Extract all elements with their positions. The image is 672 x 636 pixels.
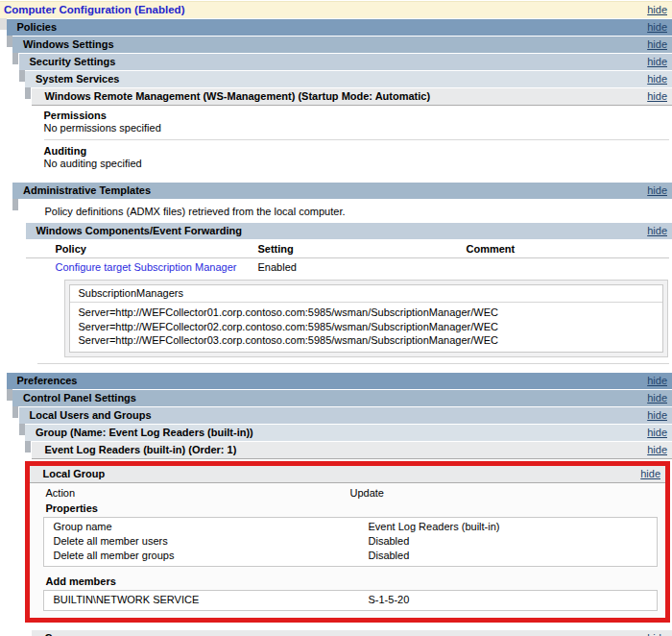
action-label: Action [46, 487, 350, 500]
group-header: Group (Name: Event Log Readers (built-in… [25, 425, 672, 441]
security-settings-title: Security Settings [19, 54, 116, 70]
control-panel-settings-header: Control Panel Settings hide [12, 390, 672, 406]
control-panel-settings-title: Control Panel Settings [12, 390, 136, 406]
hide-link[interactable]: hide [647, 223, 667, 239]
hide-link[interactable]: hide [647, 88, 667, 105]
subscription-managers-box: SubscriptionManagers Server=http://WEFCo… [64, 280, 669, 357]
hide-link[interactable]: hide [647, 442, 667, 458]
section-end-line [37, 357, 670, 364]
auditing-text: No auditing specified [44, 158, 672, 170]
server-row: Server=http://WEFCollector01.corp.contos… [70, 306, 663, 320]
property-value: Event Log Readers (built-in) [369, 521, 658, 533]
event-log-readers-item-title: Event Log Readers (built-in) (Order: 1) [32, 442, 237, 458]
property-row: Delete all member groups Disabled [44, 549, 658, 563]
permissions-text: No permissions specified [44, 122, 672, 135]
subscription-managers-heading: SubscriptionManagers [70, 285, 663, 303]
windows-settings-content: Security Settings hide System Services h… [19, 54, 672, 177]
property-label: Delete all member users [54, 535, 369, 548]
hide-link[interactable]: hide [647, 2, 667, 18]
column-setting: Setting [258, 243, 467, 255]
computer-configuration-content: Policies hide Windows Settings hide Secu… [7, 19, 672, 636]
winrm-service-title: Windows Remote Management (WS-Management… [32, 88, 431, 105]
column-comment: Comment [467, 243, 670, 255]
hide-link[interactable]: hide [640, 466, 660, 482]
column-policy: Policy [56, 243, 258, 255]
permissions-heading: Permissions [44, 110, 672, 122]
member-row: BUILTIN\NETWORK SERVICE S-1-5-20 [44, 593, 658, 607]
hide-link[interactable]: hide [647, 630, 667, 636]
property-row: Delete all member users Disabled [44, 534, 658, 549]
member-name: BUILTIN\NETWORK SERVICE [54, 594, 369, 606]
administrative-templates-content: Policy definitions (ADMX files) retrieve… [19, 199, 672, 364]
property-label: Delete all member groups [54, 550, 369, 562]
spacer [7, 364, 672, 372]
red-highlight-box: Local Group hide Action Update [25, 461, 671, 623]
spacer [32, 623, 672, 629]
hide-link[interactable]: hide [647, 19, 667, 36]
hide-link[interactable]: hide [647, 390, 667, 406]
subscription-managers-table: SubscriptionManagers Server=http://WEFCo… [69, 284, 664, 353]
members-box: BUILTIN\NETWORK SERVICE S-1-5-20 [43, 590, 659, 611]
common-title: Common [32, 630, 91, 636]
section-system-services: System Services hide Windows Remote Mana… [25, 71, 672, 177]
policies-header: Policies hide [7, 19, 672, 36]
event-log-readers-item-content: Local Group hide Action Update [32, 461, 672, 636]
hide-link[interactable]: hide [647, 37, 667, 53]
policies-content: Windows Settings hide Security Settings … [12, 37, 672, 364]
spacer [30, 567, 666, 575]
action-row: Action Update [30, 483, 666, 501]
preferences-header: Preferences hide [7, 373, 672, 389]
system-services-header: System Services hide [25, 71, 672, 87]
preferences-title: Preferences [7, 373, 78, 389]
section-control-panel-settings: Control Panel Settings hide Local Users … [12, 390, 672, 636]
local-group-title: Local Group [30, 466, 106, 482]
security-settings-header: Security Settings hide [19, 54, 672, 70]
section-security-settings: Security Settings hide System Services h… [19, 54, 672, 177]
system-services-title: System Services [25, 71, 119, 87]
auditing-heading: Auditing [44, 145, 672, 158]
event-forwarding-header: Windows Components/Event Forwarding hide [26, 223, 672, 239]
property-row: Group name Event Log Readers (built-in) [44, 520, 658, 534]
event-forwarding-content: Policy Setting Comment Configure target … [26, 239, 672, 364]
section-group: Group (Name: Event Log Readers (built-in… [25, 425, 672, 636]
hide-link[interactable]: hide [647, 71, 667, 87]
winrm-service-header: Windows Remote Management (WS-Management… [32, 88, 672, 106]
action-value: Update [350, 487, 666, 500]
properties-box: Group name Event Log Readers (built-in) … [43, 517, 659, 567]
section-windows-settings: Windows Settings hide Security Settings … [12, 37, 672, 177]
policies-title: Policies [7, 19, 58, 36]
local-group-header: Local Group hide [30, 466, 666, 483]
section-local-users-and-groups: Local Users and Groups hide Group (Name:… [19, 407, 672, 636]
policy-table-header: Policy Setting Comment [26, 239, 670, 258]
policy-comment-value [467, 261, 670, 273]
computer-configuration-title: Computer Configuration (Enabled) [0, 2, 184, 18]
hide-link[interactable]: hide [647, 373, 667, 389]
hide-link[interactable]: hide [647, 183, 667, 199]
control-panel-settings-content: Local Users and Groups hide Group (Name:… [19, 407, 672, 636]
property-value: Disabled [369, 535, 658, 548]
server-row: Server=http://WEFCollector02.corp.contos… [70, 320, 663, 334]
hide-link[interactable]: hide [647, 407, 667, 424]
administrative-templates-header: Administrative Templates hide [12, 183, 672, 199]
group-content: Event Log Readers (built-in) (Order: 1) … [32, 442, 672, 636]
winrm-service-content: Permissions No permissions specified Aud… [32, 106, 672, 177]
security-settings-content: System Services hide Windows Remote Mana… [25, 71, 672, 177]
property-value: Disabled [369, 550, 658, 562]
windows-settings-title: Windows Settings [12, 37, 114, 53]
event-forwarding-title: Windows Components/Event Forwarding [26, 223, 242, 239]
system-services-content: Windows Remote Management (WS-Management… [32, 88, 672, 177]
event-log-readers-item-header: Event Log Readers (built-in) (Order: 1) … [32, 442, 672, 459]
member-sid: S-1-5-20 [369, 594, 658, 606]
section-preferences: Preferences hide Control Panel Settings … [7, 373, 672, 636]
server-row: Server=http://WEFCollector03.corp.contos… [70, 333, 663, 348]
hide-link[interactable]: hide [647, 54, 667, 70]
policy-setting-link[interactable]: Configure target Subscription Manager [56, 261, 237, 273]
section-event-forwarding: Windows Components/Event Forwarding hide… [26, 223, 672, 364]
add-members-heading: Add members [30, 575, 666, 589]
preferences-content: Control Panel Settings hide Local Users … [12, 390, 672, 636]
admx-note: Policy definitions (ADMX files) retrieve… [19, 199, 672, 222]
divider [44, 139, 670, 140]
section-computer-configuration: Computer Configuration (Enabled) hide Po… [0, 1, 672, 636]
windows-settings-header: Windows Settings hide [12, 37, 672, 53]
hide-link[interactable]: hide [647, 425, 667, 441]
